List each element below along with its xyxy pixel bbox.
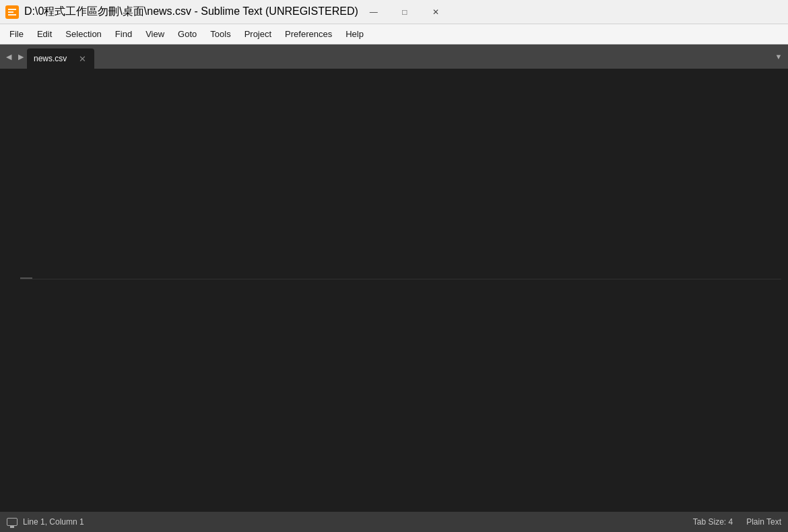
tab-bar: ◀ ▶ news.csv ✕ ▼ [0, 44, 788, 69]
minimize-button[interactable]: — [358, 0, 389, 24]
status-bar: Line 1, Column 1 Tab Size: 4 Plain Text [0, 512, 788, 532]
menu-help[interactable]: Help [339, 26, 370, 42]
menu-edit[interactable]: Edit [30, 26, 59, 42]
menu-goto[interactable]: Goto [171, 26, 203, 42]
tab-news-csv[interactable]: news.csv ✕ [27, 48, 94, 69]
tab-list: news.csv ✕ [27, 44, 788, 69]
menu-preferences[interactable]: Preferences [278, 26, 339, 42]
title-text: D:\0程式工作區勿刪\桌面\news.csv - Sublime Text (… [24, 5, 358, 19]
app-icon [5, 5, 19, 19]
close-button[interactable]: ✕ [420, 0, 451, 24]
tab-close-button[interactable]: ✕ [77, 53, 88, 64]
status-bar-right: Tab Size: 4 Plain Text [693, 517, 781, 527]
menu-tools[interactable]: Tools [203, 26, 237, 42]
menu-find[interactable]: Find [108, 26, 139, 42]
maximize-button[interactable]: □ [389, 0, 420, 24]
menu-bar: File Edit Selection Find View Goto Tools… [0, 24, 788, 44]
menu-file[interactable]: File [3, 26, 30, 42]
syntax-mode[interactable]: Plain Text [746, 517, 781, 527]
tab-dropdown-button[interactable]: ▼ [769, 44, 788, 69]
tab-label: news.csv [34, 54, 73, 63]
title-bar: D:\0程式工作區勿刪\桌面\news.csv - Sublime Text (… [0, 0, 788, 24]
status-bar-left: Line 1, Column 1 [7, 517, 84, 527]
window-controls: — □ ✕ [358, 0, 451, 24]
tab-nav-next[interactable]: ▶ [15, 44, 27, 69]
menu-project[interactable]: Project [238, 26, 278, 42]
editor-area[interactable] [0, 69, 788, 512]
tab-size[interactable]: Tab Size: 4 [693, 517, 733, 527]
cursor-position[interactable]: Line 1, Column 1 [23, 517, 84, 527]
menu-view[interactable]: View [139, 26, 171, 42]
editor-horizontal-line [20, 279, 781, 279]
menu-selection[interactable]: Selection [59, 26, 108, 42]
screen-icon [7, 518, 18, 526]
tab-nav-prev[interactable]: ◀ [3, 44, 15, 69]
